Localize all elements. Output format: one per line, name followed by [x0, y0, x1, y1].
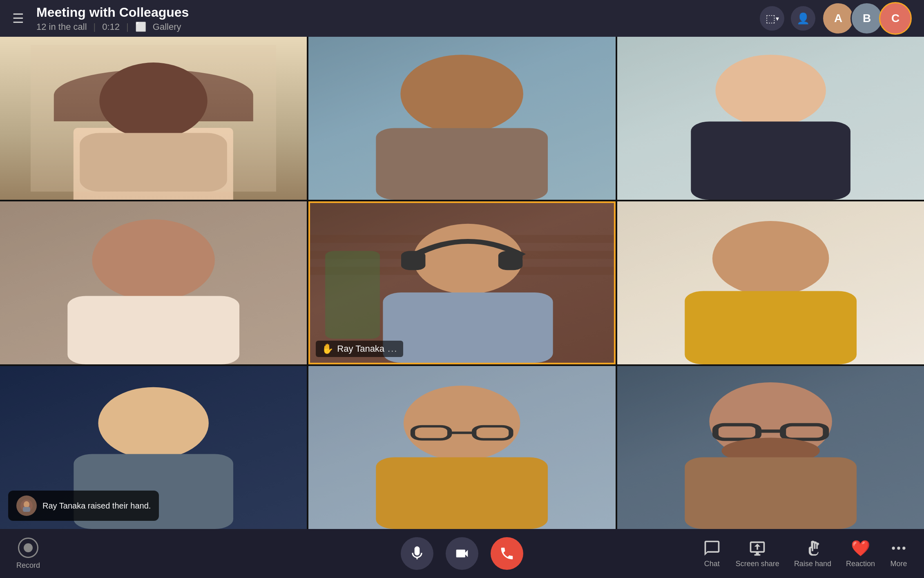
reaction-heart-icon: ❤️: [851, 539, 870, 557]
screen-share-button[interactable]: Screen share: [736, 539, 779, 568]
participant-avatar-2: B: [850, 2, 883, 35]
svg-rect-18: [401, 251, 425, 270]
record-inner-dot: [24, 543, 33, 552]
record-button[interactable]: Record: [16, 538, 40, 570]
separator-2: |: [126, 22, 129, 32]
chat-button[interactable]: Chat: [703, 539, 721, 568]
camera-icon: [454, 546, 470, 561]
camera-button[interactable]: [446, 537, 478, 570]
video-cell-ray-tanaka[interactable]: ✋ Ray Tanaka ...: [308, 201, 615, 364]
meeting-meta: 12 in the call | 0:12 | ⬜ Gallery: [36, 22, 760, 32]
video-grid: ✋ Ray Tanaka ...: [0, 37, 924, 529]
video-cell-1[interactable]: [0, 37, 307, 200]
svg-rect-11: [67, 296, 239, 364]
participants-button[interactable]: 👤: [791, 6, 815, 31]
record-label: Record: [16, 561, 40, 570]
video-cell-8[interactable]: [308, 366, 615, 529]
participant-avatar-3: C: [879, 2, 912, 35]
toolbar-right: Chat Screen share Raise hand ❤️ Reaction: [703, 539, 908, 568]
svg-rect-29: [23, 507, 30, 512]
active-speaker-dots: ...: [388, 344, 397, 354]
video-cell-4[interactable]: [0, 201, 307, 364]
meeting-header: ☰ Meeting with Colleagues 12 in the call…: [0, 0, 924, 37]
svg-rect-2: [80, 133, 227, 192]
video-cell-7[interactable]: Ray Tanaka raised their hand.: [0, 366, 307, 529]
raise-hand-icon: [803, 539, 821, 557]
svg-rect-5: [376, 128, 548, 200]
screen-icon: ⬜: [135, 22, 146, 32]
reaction-label: Reaction: [846, 560, 875, 568]
svg-rect-19: [498, 251, 522, 270]
duration: 0:12: [102, 22, 120, 32]
svg-point-43: [892, 547, 895, 549]
svg-point-7: [715, 55, 826, 127]
hand-emoji: ✋: [321, 343, 334, 355]
video-cell-6[interactable]: [617, 201, 924, 364]
screen-layout-icon: ⬚: [766, 12, 776, 25]
svg-point-22: [712, 221, 829, 296]
svg-point-45: [902, 547, 905, 549]
svg-rect-8: [691, 121, 850, 200]
view-mode: Gallery: [153, 22, 181, 32]
hangup-icon: [499, 546, 515, 561]
bottom-toolbar: Record: [0, 529, 924, 578]
hangup-icon-circle: [491, 537, 523, 570]
screen-share-icon: [748, 539, 766, 557]
microphone-icon: [409, 546, 425, 561]
header-right: ⬚ ▾ 👤 A B C: [760, 2, 912, 35]
participant-avatars: A B C: [822, 2, 912, 35]
svg-rect-20: [383, 292, 553, 363]
chat-icon: [703, 539, 721, 557]
participants-count: 12 in the call: [36, 22, 87, 32]
svg-point-10: [92, 219, 215, 301]
hangup-button[interactable]: [491, 537, 523, 570]
toolbar-center: [401, 537, 523, 570]
participants-icon: 👤: [797, 12, 810, 25]
screen-share-label: Screen share: [736, 560, 779, 568]
svg-point-44: [897, 547, 900, 549]
chat-label: Chat: [704, 560, 720, 568]
svg-point-31: [404, 386, 520, 461]
svg-point-4: [401, 55, 524, 133]
meeting-title: Meeting with Colleagues: [36, 5, 760, 20]
toast-avatar: [16, 495, 37, 516]
svg-point-1: [99, 62, 207, 139]
svg-point-28: [24, 501, 29, 508]
raise-hand-button[interactable]: Raise hand: [794, 539, 831, 568]
screen-layout-button[interactable]: ⬚ ▾: [760, 6, 784, 31]
participant-avatar-1: A: [822, 2, 855, 35]
camera-icon-circle: [446, 537, 478, 570]
video-cell-3[interactable]: [617, 37, 924, 200]
video-cell-2[interactable]: [308, 37, 615, 200]
more-label: More: [890, 560, 907, 568]
notification-toast: Ray Tanaka raised their hand.: [8, 491, 159, 521]
reaction-button[interactable]: ❤️ Reaction: [846, 539, 875, 568]
menu-icon[interactable]: ☰: [12, 11, 24, 26]
svg-rect-42: [685, 457, 857, 529]
active-speaker-name: Ray Tanaka: [337, 344, 384, 354]
microphone-button[interactable]: [401, 537, 433, 570]
raise-hand-label: Raise hand: [794, 560, 831, 568]
microphone-icon-circle: [401, 537, 433, 570]
more-icon: [890, 539, 908, 557]
more-button[interactable]: More: [890, 539, 908, 568]
record-dot-icon: [18, 538, 38, 558]
title-area: Meeting with Colleagues 12 in the call |…: [36, 5, 760, 32]
svg-point-25: [98, 387, 208, 459]
video-cell-9[interactable]: [617, 366, 924, 529]
active-speaker-label: ✋ Ray Tanaka ...: [316, 341, 403, 357]
svg-rect-35: [376, 457, 548, 529]
separator-1: |: [94, 22, 96, 32]
svg-rect-23: [685, 291, 857, 364]
toast-text: Ray Tanaka raised their hand.: [42, 501, 151, 511]
svg-rect-16: [325, 251, 380, 339]
